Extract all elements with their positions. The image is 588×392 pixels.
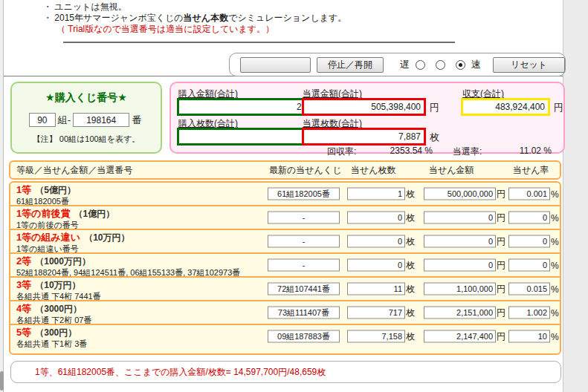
rate-unit: % [551,236,559,246]
note-line-trial: （ Trial版なので当選番号は適当に設定しています。） [56,24,346,35]
prize-label: （300円） [35,327,77,338]
ticket-unit-label: 番 [132,114,141,127]
table-row-1st: 1等（5億円） 61組182005番 61組182005番 1枚 500,000… [10,183,560,205]
count-unit: 枚 [406,307,415,319]
amount-unit: 円 [497,330,505,343]
latest-ticket-field: - [268,259,340,272]
balance-unit: 円 [554,101,563,114]
prize-label: （5億円） [35,185,76,195]
balance-value: 483,924,400 [461,98,550,116]
header-count: 当せん枚数 [351,164,396,177]
win-amount-field: 0 [424,235,496,248]
purchase-number-box: ★購入くじ番号★ 組- 番 【注】 00組は100組を表す。 [10,82,162,154]
header-latest: 最新の当せんくじ [269,164,341,177]
rank-label: 2等 [16,255,31,267]
ticket-number-input[interactable] [73,113,129,127]
slow-label: 遅 [400,58,410,71]
horizontal-rule [63,42,455,43]
win-count-field: 0 [347,259,405,272]
fast-label: 速 [471,58,481,71]
winning-numbers: 1等の前後の番号 [16,220,114,229]
purchase-box-note: 【注】 00組は100組を表す。 [12,134,161,145]
amount-unit: 円 [497,307,505,319]
winning-numbers: 各組共通 下1桁 3番 [16,339,87,348]
note-line-1: ・ ユニットは無視。 [43,1,346,13]
winning-numbers: 1等の組違い番号 [16,244,130,253]
speed-radio-slow[interactable] [416,60,425,70]
rank-label: 1等の前後賞 [16,208,71,219]
win-rate-field: 0.001 [508,188,550,200]
latest-ticket-field: - [268,235,340,248]
win-amount-unit: 円 [430,101,439,114]
win-amount-field: 1,100,000 [424,283,496,295]
speed-radio-fast[interactable] [456,60,465,70]
win-amount-field: 2,147,400 [424,330,496,343]
prize-label: （10万円） [35,280,80,290]
rank-label: 3等 [16,279,31,290]
count-unit: 枚 [406,259,415,272]
amount-unit: 円 [497,235,505,248]
winning-numbers: 各組共通 下4桁 7441番 [16,292,101,301]
win-amount-field: 500,000,000 [424,188,496,200]
stop-resume-button[interactable]: 停止／再開 [317,57,384,73]
winning-numbers: 52組188204番, 94組124511番, 06組155133番, 37組1… [16,268,240,277]
amount-unit: 円 [497,259,505,272]
win-count-unit: 枚 [430,131,439,144]
winning-numbers: 61組182005番 [16,197,76,206]
count-unit: 枚 [406,330,415,343]
win-rate-field: 0.015 [508,283,550,295]
rate-unit: % [551,212,559,223]
latest-ticket-field: 09組187883番 [268,330,340,343]
rank-label: 4等 [16,303,31,314]
group-number-input[interactable] [29,113,56,127]
amount-unit: 円 [497,283,505,295]
win-rate-field: 0 [508,259,550,272]
control-bar: 停止／再開 遅 速 リセット [229,53,566,76]
speed-radio-medium[interactable] [436,60,445,70]
rate-unit: % [551,189,559,199]
prize-label: （1億円） [74,209,115,219]
scrollbar-thumb[interactable] [0,371,4,391]
table-row-4th: 4等（3000円） 各組共通 下2桁 07番 73組111407番 717枚 2… [10,301,560,324]
latest-ticket-field: 73組111407番 [268,307,340,319]
speed-selector: 遅 速 [400,58,481,71]
win-count-field: 1 [347,188,405,200]
results-table-header: 等級／当せん金額／当選番号 最新の当せんくじ 当せん枚数 当せん金額 当せん率 [9,160,561,180]
reset-button[interactable]: リセット [493,57,565,73]
results-table-body: 1等（5億円） 61組182005番 61組182005番 1枚 500,000… [9,181,561,355]
winning-numbers: 各組共通 下2桁 07番 [16,316,91,324]
win-amount-value: 505,398,400 [302,98,426,116]
latest-ticket-field: - [268,212,340,224]
simulation-notes: ・ ユニットは無視。 ・ 2015年サマージャンボ宝くじの当せん本数でシミュレー… [0,1,346,35]
prize-label: （1000万円） [35,256,91,267]
prize-label: （3000円） [35,304,82,314]
win-rate-field: 0 [508,212,550,224]
rank-label: 5等 [16,327,31,338]
purchase-box-title: ★購入くじ番号★ [12,91,161,105]
header-rate: 当せん率 [513,164,549,177]
win-rate-field: 0 [508,235,550,248]
win-count-field: 0 [347,212,405,224]
left-scrollbar [0,0,4,392]
win-amount-field: 0 [424,259,496,272]
table-row-1st-adjacent: 1等の前後賞（1億円） 1等の前後の番号 - 0枚 0円 0% [10,206,560,229]
count-unit: 枚 [406,235,415,248]
rate-line: 回収率: 2353.54 % 当選率: 11.02 % [171,146,563,156]
blank-button[interactable] [240,57,311,73]
status-message: 1等、61組182005番、ここまでの購入金額/枚数= 14,597,700円/… [35,366,326,379]
count-unit: 枚 [406,283,415,295]
amount-unit: 円 [497,212,505,224]
win-count-field: 0 [347,235,405,248]
win-count-value: 7,887 [302,128,426,146]
status-bar: 1等、61組182005番、ここまでの購入金額/枚数= 14,597,700円/… [10,361,561,383]
amount-unit: 円 [497,188,505,200]
table-row-3rd: 3等（10万円） 各組共通 下4桁 7441番 72組107441番 11枚 1… [10,278,560,300]
prize-label: （10万円） [84,232,129,243]
rate-unit: % [551,260,559,270]
page-right-margin [563,0,588,392]
win-rate-field: 10 [508,330,550,343]
note-line-2: ・ 2015年サマージャンボ宝くじの当せん本数でシミュレーションします。 [43,13,346,24]
rank-label: 1等の組み違い [16,232,80,243]
table-row-5th: 5等（300円） 各組共通 下1桁 3番 09組187883番 7,158枚 2… [10,325,560,347]
rate-unit: % [551,284,559,294]
